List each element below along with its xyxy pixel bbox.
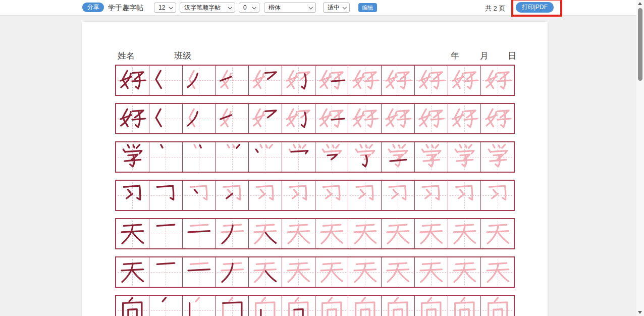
grid-cell bbox=[282, 257, 315, 287]
character-strokes bbox=[351, 297, 379, 316]
grid-cell bbox=[414, 104, 448, 133]
grid-cell bbox=[448, 66, 481, 95]
character-strokes bbox=[152, 297, 179, 316]
grid-cell bbox=[448, 104, 481, 133]
character-strokes bbox=[285, 182, 312, 209]
character-strokes bbox=[185, 297, 212, 316]
character-strokes bbox=[318, 297, 345, 316]
practice-row bbox=[115, 295, 515, 316]
font-size-select[interactable]: 12 bbox=[154, 3, 176, 13]
scroll-up-icon[interactable] bbox=[638, 2, 642, 5]
density-select[interactable]: 适中 bbox=[323, 3, 350, 13]
grid-cell bbox=[182, 142, 216, 172]
grid-cell bbox=[248, 104, 282, 133]
grid-cell bbox=[348, 66, 381, 95]
stroke-offset-select[interactable]: 0 bbox=[239, 3, 259, 13]
character-strokes bbox=[451, 297, 478, 316]
practice-row bbox=[115, 256, 515, 288]
grid-cell bbox=[248, 257, 282, 287]
scroll-down-icon[interactable] bbox=[638, 311, 642, 314]
character-strokes bbox=[417, 220, 445, 247]
font-size-value: 12 bbox=[158, 4, 165, 11]
character-strokes bbox=[351, 105, 379, 132]
stroke-offset-value: 0 bbox=[243, 4, 247, 11]
grid-cell bbox=[149, 181, 182, 210]
character-strokes bbox=[484, 105, 511, 132]
character-strokes bbox=[484, 258, 511, 286]
practice-row bbox=[115, 218, 515, 249]
character-strokes bbox=[119, 182, 146, 209]
grid-cell bbox=[248, 142, 282, 172]
character-strokes bbox=[417, 182, 445, 209]
character-strokes bbox=[119, 297, 146, 316]
name-label: 姓名 bbox=[118, 50, 135, 62]
share-button[interactable]: 分享 bbox=[82, 3, 104, 12]
grid-cell bbox=[215, 181, 248, 210]
character-strokes bbox=[417, 258, 445, 286]
scrollbar-thumb[interactable] bbox=[638, 8, 642, 81]
character-strokes bbox=[351, 182, 379, 209]
character-strokes bbox=[384, 297, 411, 316]
grid-cell bbox=[116, 104, 149, 133]
grid-cell bbox=[248, 66, 282, 95]
grid-cell bbox=[414, 181, 448, 210]
character-strokes bbox=[484, 143, 511, 171]
character-strokes bbox=[219, 258, 246, 286]
grid-cell bbox=[348, 219, 381, 248]
character-strokes bbox=[384, 258, 411, 286]
character-strokes bbox=[451, 105, 478, 132]
grid-cell bbox=[149, 142, 182, 172]
character-strokes bbox=[219, 297, 246, 316]
grid-cell bbox=[215, 104, 248, 133]
font-family-value: 楷体 bbox=[269, 4, 281, 12]
grid-cell bbox=[282, 104, 315, 133]
character-strokes bbox=[318, 67, 345, 94]
character-strokes bbox=[451, 220, 478, 247]
print-pdf-button[interactable]: 打印|PDF bbox=[516, 2, 554, 13]
scrollbar[interactable] bbox=[636, 0, 644, 316]
character-strokes bbox=[351, 67, 379, 94]
class-label: 班级 bbox=[174, 50, 191, 62]
grid-cell bbox=[315, 66, 348, 95]
grid-cell bbox=[414, 257, 448, 287]
character-strokes bbox=[251, 182, 279, 209]
grid-cell bbox=[414, 219, 448, 248]
grid-cell bbox=[448, 219, 481, 248]
grid-cell bbox=[282, 296, 315, 316]
grid-cell bbox=[381, 66, 414, 95]
character-strokes bbox=[251, 258, 279, 286]
site-title: 学于趣字帖 bbox=[108, 4, 143, 13]
grid-cell bbox=[182, 219, 216, 248]
font-family-select[interactable]: 楷体 bbox=[264, 3, 316, 13]
character-strokes bbox=[185, 258, 212, 286]
edit-button[interactable]: 编辑 bbox=[358, 3, 377, 12]
character-strokes bbox=[285, 67, 312, 94]
character-strokes bbox=[318, 143, 345, 171]
grid-cell bbox=[116, 296, 149, 316]
grid-cell bbox=[381, 219, 414, 248]
grid-cell bbox=[215, 66, 248, 95]
density-value: 适中 bbox=[328, 4, 340, 12]
character-strokes bbox=[185, 105, 212, 132]
grid-cell bbox=[215, 257, 248, 287]
character-strokes bbox=[285, 297, 312, 316]
grid-cell bbox=[480, 219, 514, 248]
grid-cell bbox=[480, 181, 514, 210]
grid-cell bbox=[381, 142, 414, 172]
character-strokes bbox=[417, 105, 445, 132]
grid-cell bbox=[116, 219, 149, 248]
character-strokes bbox=[451, 143, 478, 171]
sheet-type-select[interactable]: 汉字笔顺字帖 bbox=[180, 3, 235, 13]
grid-cell bbox=[248, 219, 282, 248]
character-strokes bbox=[285, 258, 312, 286]
grid-cell bbox=[315, 219, 348, 248]
character-strokes bbox=[119, 258, 146, 286]
character-strokes bbox=[219, 182, 246, 209]
grid-cell bbox=[116, 142, 149, 172]
grid-cell bbox=[480, 66, 514, 95]
character-strokes bbox=[285, 105, 312, 132]
grid-cell bbox=[381, 296, 414, 316]
character-strokes bbox=[318, 182, 345, 209]
grid-cell bbox=[315, 296, 348, 316]
character-strokes bbox=[185, 220, 212, 247]
